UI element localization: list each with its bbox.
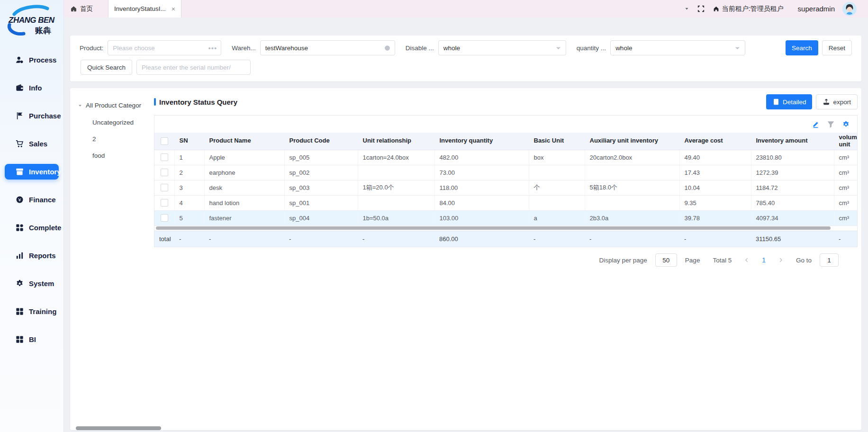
inventory-card: All Product Categor Uncategorized2food I… — [70, 88, 861, 430]
table-toolbar — [154, 116, 857, 133]
gear-icon — [15, 279, 24, 288]
sidebar-item-sales[interactable]: Sales — [5, 136, 59, 152]
sidebar-item-training[interactable]: Training — [5, 304, 59, 319]
sidebar-item-label: System — [29, 279, 54, 288]
quick-search-field[interactable] — [136, 60, 251, 75]
select-all-checkbox[interactable] — [161, 137, 168, 145]
column-header[interactable]: Product Name — [204, 133, 284, 150]
table-cell: box — [529, 150, 585, 165]
sidebar-item-purchase[interactable]: Purchase — [5, 108, 59, 124]
filter-icon[interactable] — [827, 120, 835, 128]
row-checkbox[interactable] — [161, 184, 168, 191]
disable-status-select[interactable]: whole — [438, 40, 566, 55]
tenant-indicator[interactable]: 当前租户:管理员租户 — [713, 5, 784, 13]
product-select[interactable]: ••• — [108, 40, 221, 55]
tab-close-icon[interactable]: × — [172, 6, 175, 12]
table-cell: sp_003 — [284, 180, 358, 195]
table-cell: cm³ — [834, 180, 858, 195]
table-row[interactable]: 1Applesp_0051carton=24.0box482.00box20ca… — [154, 150, 858, 165]
svg-text:账犇: 账犇 — [35, 26, 51, 35]
tree-root-all-categories[interactable]: All Product Categor — [78, 102, 154, 109]
sidebar-item-label: Process — [29, 56, 56, 64]
edit-icon[interactable] — [812, 120, 820, 128]
sidebar-item-bi[interactable]: BI — [5, 332, 59, 347]
column-header[interactable]: Inventory quantity — [434, 133, 529, 150]
total-cell: - — [284, 231, 358, 247]
table-row[interactable]: 5fastenersp_0041b=50.0a103.00a2b3.0a39.7… — [154, 210, 858, 225]
table-cell: sp_005 — [284, 150, 358, 165]
tabs-dropdown-caret-icon[interactable] — [684, 6, 689, 11]
row-checkbox[interactable] — [161, 169, 168, 176]
table-cell: 4097.34 — [751, 210, 834, 225]
title-accent-bar — [154, 98, 156, 106]
sidebar-item-process[interactable]: Process — [5, 52, 59, 68]
column-header[interactable]: volume unit — [834, 133, 858, 150]
warehouse-field[interactable] — [260, 40, 395, 55]
tab-home[interactable]: 首页 — [63, 0, 99, 18]
window-horizontal-scrollbar[interactable] — [76, 426, 161, 430]
search-button[interactable]: Search — [786, 40, 818, 55]
next-page-icon[interactable] — [778, 257, 784, 263]
detailed-button[interactable]: Detailed — [766, 94, 813, 109]
tree-item-uncategorized[interactable]: Uncategorized — [78, 119, 154, 126]
quick-search-button[interactable]: Quick Search — [81, 60, 132, 75]
table-horizontal-scrollbar — [154, 226, 857, 231]
table-row[interactable]: 4hand lotionsp_00184.009.35785.40cm³ — [154, 195, 858, 210]
row-checkbox[interactable] — [161, 153, 168, 161]
export-button[interactable]: export — [816, 94, 858, 109]
prev-page-icon[interactable] — [743, 257, 750, 263]
caret-down-icon[interactable] — [78, 103, 82, 108]
total-cell: - — [834, 231, 858, 247]
username-label[interactable]: superadmin — [798, 5, 835, 13]
scrollbar-thumb[interactable] — [156, 226, 831, 230]
sidebar-item-info[interactable]: Info — [5, 80, 59, 96]
warehouse-input[interactable] — [261, 45, 384, 52]
row-checkbox[interactable] — [161, 199, 168, 207]
category-tree: All Product Categor Uncategorized2food — [70, 88, 154, 430]
svg-text:ZHANG BEN: ZHANG BEN — [8, 16, 55, 25]
quick-search-input[interactable] — [137, 64, 250, 71]
quantity-value: whole — [611, 45, 734, 52]
total-cell: - — [174, 231, 204, 247]
current-page[interactable]: 1 — [762, 256, 766, 264]
column-header[interactable]: Basic Unit — [529, 133, 585, 150]
column-header[interactable]: Unit relationship — [358, 133, 434, 150]
table-row[interactable]: 2earphonesp_00273.0017.431272.39cm³ — [154, 165, 858, 180]
row-select-cell — [154, 210, 174, 225]
column-header[interactable]: Auxiliary unit inventory — [585, 133, 679, 150]
sidebar-item-system[interactable]: System — [5, 276, 59, 291]
row-checkbox[interactable] — [161, 214, 168, 222]
fullscreen-icon[interactable] — [697, 5, 705, 13]
quantity-label: quantity ... — [577, 45, 606, 52]
search-button-label: Search — [792, 45, 812, 52]
quantity-select[interactable]: whole — [610, 40, 745, 55]
tree-item-2[interactable]: 2 — [78, 135, 154, 143]
column-header[interactable]: Average cost — [679, 133, 751, 150]
page-size-input[interactable] — [655, 253, 677, 267]
display-per-page-label: Display per page — [599, 257, 647, 264]
product-input[interactable] — [108, 45, 208, 52]
settings-icon[interactable] — [842, 120, 850, 128]
goto-label: Go to — [796, 257, 812, 264]
table-cell: cm³ — [834, 150, 858, 165]
table-cell: 个 — [529, 180, 585, 195]
reset-button[interactable]: Reset — [822, 40, 852, 55]
column-header[interactable]: SN — [174, 133, 204, 150]
more-options-icon[interactable]: ••• — [208, 45, 217, 52]
avatar[interactable] — [842, 2, 857, 16]
sidebar-item-finance[interactable]: Finance — [5, 192, 59, 207]
avatar-image — [842, 2, 857, 16]
table-row[interactable]: 3desksp_0031箱=20.0个118.00个5箱18.0个10.0411… — [154, 180, 858, 195]
goto-page-input[interactable] — [820, 253, 839, 267]
clear-icon[interactable] — [384, 45, 391, 52]
column-header[interactable]: Inventory amount — [751, 133, 834, 150]
sidebar-item-complete[interactable]: Complete — [5, 220, 59, 235]
wallet-icon — [15, 83, 24, 92]
export-icon — [823, 98, 830, 106]
tree-item-food[interactable]: food — [78, 152, 154, 159]
sidebar-item-inventory[interactable]: Inventory — [5, 164, 59, 180]
tab-inventory-status[interactable]: InventoryStatusI... × — [108, 0, 181, 18]
table-cell: 5 — [174, 210, 204, 225]
column-header[interactable]: Product Code — [284, 133, 358, 150]
sidebar-item-reports[interactable]: Reports — [5, 248, 59, 263]
